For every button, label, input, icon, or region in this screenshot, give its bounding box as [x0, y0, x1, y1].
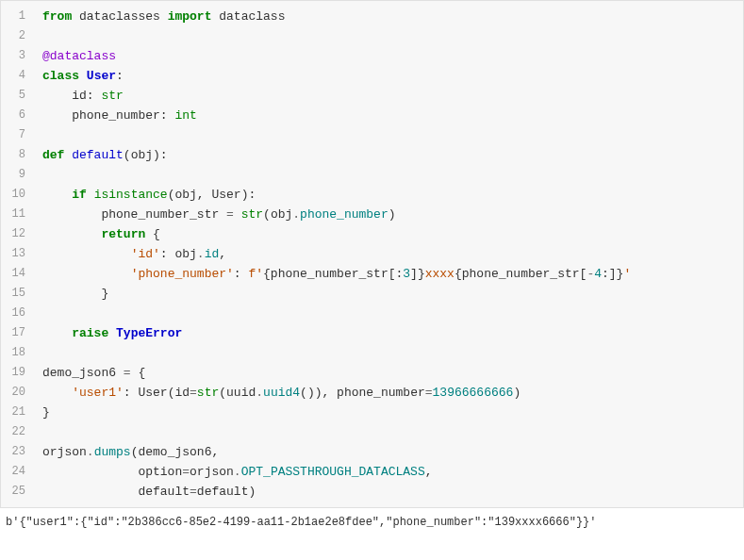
- code-line: 'user1': User(id=str(uuid.uuid4()), phon…: [42, 383, 736, 403]
- code-line: raise TypeError: [42, 323, 736, 343]
- code-line: orjson.dumps(demo_json6,: [42, 442, 736, 462]
- code-line: [42, 343, 736, 363]
- code-line: [42, 422, 736, 442]
- code-line: [42, 125, 736, 145]
- code-line: def default(obj):: [42, 145, 736, 165]
- code-line: [42, 304, 736, 323]
- line-number: 14: [1, 264, 35, 284]
- line-number: 2: [1, 26, 35, 46]
- line-number: 17: [1, 323, 35, 343]
- line-number: 16: [1, 304, 35, 323]
- line-number: 9: [1, 165, 35, 185]
- line-number-gutter: 1234567891011121314151617181920212223242…: [1, 1, 35, 507]
- line-number: 3: [1, 46, 35, 66]
- line-number: 21: [1, 403, 35, 422]
- line-number: 12: [1, 224, 35, 244]
- line-number: 22: [1, 422, 35, 442]
- line-number: 11: [1, 205, 35, 224]
- code-line: [42, 165, 736, 185]
- line-number: 1: [1, 7, 35, 26]
- line-number: 19: [1, 363, 35, 383]
- code-line: }: [42, 284, 736, 304]
- code-area[interactable]: from dataclasses import dataclass@datacl…: [35, 1, 743, 507]
- code-line: from dataclasses import dataclass: [42, 7, 736, 26]
- code-line: demo_json6 = {: [42, 363, 736, 383]
- line-number: 24: [1, 462, 35, 482]
- code-line: phone_number: int: [42, 106, 736, 125]
- line-number: 18: [1, 343, 35, 363]
- line-number: 25: [1, 482, 35, 502]
- code-line: default=default): [42, 482, 736, 502]
- line-number: 13: [1, 244, 35, 264]
- line-number: 10: [1, 185, 35, 205]
- code-line: phone_number_str = str(obj.phone_number): [42, 205, 736, 224]
- line-number: 8: [1, 145, 35, 165]
- line-number: 4: [1, 66, 35, 86]
- output-block: b'{"user1":{"id":"2b386cc6-85e2-4199-aa1…: [0, 508, 744, 536]
- line-number: 20: [1, 383, 35, 403]
- line-number: 6: [1, 106, 35, 125]
- code-line: 'phone_number': f'{phone_number_str[:3]}…: [42, 264, 736, 284]
- code-line: option=orjson.OPT_PASSTHROUGH_DATACLASS,: [42, 462, 736, 482]
- line-number: 23: [1, 442, 35, 462]
- code-line: class User:: [42, 66, 736, 86]
- line-number: 7: [1, 125, 35, 145]
- code-line: return {: [42, 224, 736, 244]
- code-line: id: str: [42, 86, 736, 106]
- line-number: 15: [1, 284, 35, 304]
- code-line: if isinstance(obj, User):: [42, 185, 736, 205]
- code-line: [42, 26, 736, 46]
- code-line: @dataclass: [42, 46, 736, 66]
- code-block: 1234567891011121314151617181920212223242…: [0, 0, 744, 508]
- code-line: }: [42, 403, 736, 422]
- line-number: 5: [1, 86, 35, 106]
- code-line: 'id': obj.id,: [42, 244, 736, 264]
